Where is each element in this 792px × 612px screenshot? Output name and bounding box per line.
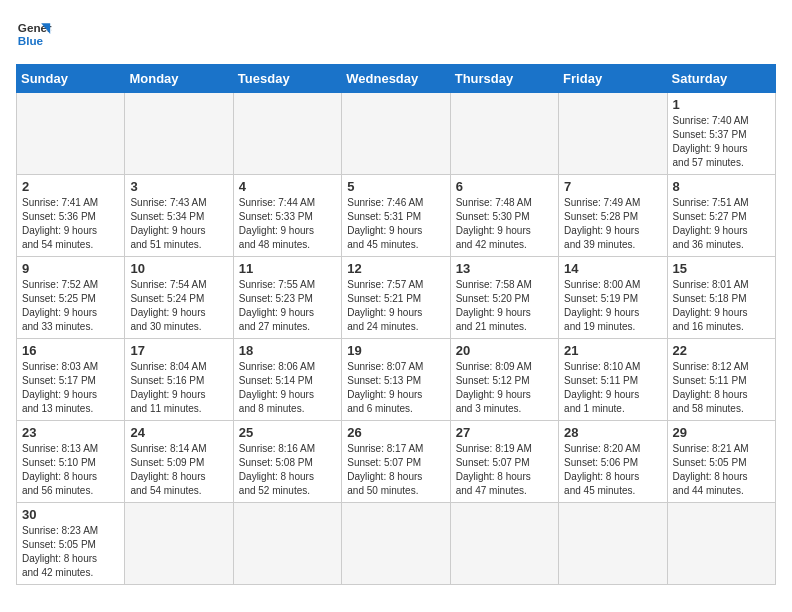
day-info: Sunrise: 8:12 AMSunset: 5:11 PMDaylight:… bbox=[673, 360, 770, 416]
day-number: 15 bbox=[673, 261, 770, 276]
day-number: 12 bbox=[347, 261, 444, 276]
day-info: Sunrise: 8:13 AMSunset: 5:10 PMDaylight:… bbox=[22, 442, 119, 498]
calendar-week-row: 23Sunrise: 8:13 AMSunset: 5:10 PMDayligh… bbox=[17, 421, 776, 503]
calendar-cell bbox=[233, 503, 341, 585]
day-number: 10 bbox=[130, 261, 227, 276]
calendar-cell: 2Sunrise: 7:41 AMSunset: 5:36 PMDaylight… bbox=[17, 175, 125, 257]
calendar-cell: 8Sunrise: 7:51 AMSunset: 5:27 PMDaylight… bbox=[667, 175, 775, 257]
day-info: Sunrise: 8:19 AMSunset: 5:07 PMDaylight:… bbox=[456, 442, 553, 498]
day-info: Sunrise: 7:44 AMSunset: 5:33 PMDaylight:… bbox=[239, 196, 336, 252]
day-number: 30 bbox=[22, 507, 119, 522]
weekday-header-monday: Monday bbox=[125, 65, 233, 93]
calendar-cell: 6Sunrise: 7:48 AMSunset: 5:30 PMDaylight… bbox=[450, 175, 558, 257]
day-number: 1 bbox=[673, 97, 770, 112]
calendar-week-row: 9Sunrise: 7:52 AMSunset: 5:25 PMDaylight… bbox=[17, 257, 776, 339]
calendar-cell: 19Sunrise: 8:07 AMSunset: 5:13 PMDayligh… bbox=[342, 339, 450, 421]
calendar-week-row: 30Sunrise: 8:23 AMSunset: 5:05 PMDayligh… bbox=[17, 503, 776, 585]
weekday-header-thursday: Thursday bbox=[450, 65, 558, 93]
weekday-header-sunday: Sunday bbox=[17, 65, 125, 93]
calendar-cell: 18Sunrise: 8:06 AMSunset: 5:14 PMDayligh… bbox=[233, 339, 341, 421]
calendar-cell: 30Sunrise: 8:23 AMSunset: 5:05 PMDayligh… bbox=[17, 503, 125, 585]
calendar-cell bbox=[667, 503, 775, 585]
calendar-cell bbox=[233, 93, 341, 175]
day-info: Sunrise: 7:51 AMSunset: 5:27 PMDaylight:… bbox=[673, 196, 770, 252]
calendar-cell: 21Sunrise: 8:10 AMSunset: 5:11 PMDayligh… bbox=[559, 339, 667, 421]
calendar-cell bbox=[559, 93, 667, 175]
day-info: Sunrise: 7:55 AMSunset: 5:23 PMDaylight:… bbox=[239, 278, 336, 334]
day-info: Sunrise: 8:07 AMSunset: 5:13 PMDaylight:… bbox=[347, 360, 444, 416]
day-info: Sunrise: 8:09 AMSunset: 5:12 PMDaylight:… bbox=[456, 360, 553, 416]
day-info: Sunrise: 8:06 AMSunset: 5:14 PMDaylight:… bbox=[239, 360, 336, 416]
calendar-cell: 14Sunrise: 8:00 AMSunset: 5:19 PMDayligh… bbox=[559, 257, 667, 339]
calendar-cell bbox=[125, 93, 233, 175]
day-number: 29 bbox=[673, 425, 770, 440]
calendar-cell bbox=[125, 503, 233, 585]
day-number: 16 bbox=[22, 343, 119, 358]
day-info: Sunrise: 7:46 AMSunset: 5:31 PMDaylight:… bbox=[347, 196, 444, 252]
day-number: 27 bbox=[456, 425, 553, 440]
day-info: Sunrise: 8:20 AMSunset: 5:06 PMDaylight:… bbox=[564, 442, 661, 498]
calendar: SundayMondayTuesdayWednesdayThursdayFrid… bbox=[16, 64, 776, 585]
svg-text:Blue: Blue bbox=[18, 34, 44, 47]
day-info: Sunrise: 7:40 AMSunset: 5:37 PMDaylight:… bbox=[673, 114, 770, 170]
day-info: Sunrise: 8:10 AMSunset: 5:11 PMDaylight:… bbox=[564, 360, 661, 416]
weekday-header-row: SundayMondayTuesdayWednesdayThursdayFrid… bbox=[17, 65, 776, 93]
day-info: Sunrise: 8:14 AMSunset: 5:09 PMDaylight:… bbox=[130, 442, 227, 498]
calendar-cell: 12Sunrise: 7:57 AMSunset: 5:21 PMDayligh… bbox=[342, 257, 450, 339]
calendar-week-row: 1Sunrise: 7:40 AMSunset: 5:37 PMDaylight… bbox=[17, 93, 776, 175]
calendar-cell: 7Sunrise: 7:49 AMSunset: 5:28 PMDaylight… bbox=[559, 175, 667, 257]
day-number: 5 bbox=[347, 179, 444, 194]
calendar-cell: 10Sunrise: 7:54 AMSunset: 5:24 PMDayligh… bbox=[125, 257, 233, 339]
day-info: Sunrise: 8:16 AMSunset: 5:08 PMDaylight:… bbox=[239, 442, 336, 498]
day-number: 24 bbox=[130, 425, 227, 440]
day-info: Sunrise: 7:41 AMSunset: 5:36 PMDaylight:… bbox=[22, 196, 119, 252]
calendar-cell: 1Sunrise: 7:40 AMSunset: 5:37 PMDaylight… bbox=[667, 93, 775, 175]
calendar-cell: 27Sunrise: 8:19 AMSunset: 5:07 PMDayligh… bbox=[450, 421, 558, 503]
weekday-header-wednesday: Wednesday bbox=[342, 65, 450, 93]
calendar-cell: 4Sunrise: 7:44 AMSunset: 5:33 PMDaylight… bbox=[233, 175, 341, 257]
day-number: 14 bbox=[564, 261, 661, 276]
calendar-cell: 5Sunrise: 7:46 AMSunset: 5:31 PMDaylight… bbox=[342, 175, 450, 257]
calendar-cell: 17Sunrise: 8:04 AMSunset: 5:16 PMDayligh… bbox=[125, 339, 233, 421]
calendar-cell bbox=[450, 503, 558, 585]
day-number: 20 bbox=[456, 343, 553, 358]
calendar-cell: 24Sunrise: 8:14 AMSunset: 5:09 PMDayligh… bbox=[125, 421, 233, 503]
day-info: Sunrise: 8:04 AMSunset: 5:16 PMDaylight:… bbox=[130, 360, 227, 416]
day-number: 2 bbox=[22, 179, 119, 194]
day-info: Sunrise: 7:43 AMSunset: 5:34 PMDaylight:… bbox=[130, 196, 227, 252]
day-info: Sunrise: 7:58 AMSunset: 5:20 PMDaylight:… bbox=[456, 278, 553, 334]
day-info: Sunrise: 7:48 AMSunset: 5:30 PMDaylight:… bbox=[456, 196, 553, 252]
day-info: Sunrise: 8:21 AMSunset: 5:05 PMDaylight:… bbox=[673, 442, 770, 498]
weekday-header-tuesday: Tuesday bbox=[233, 65, 341, 93]
day-number: 21 bbox=[564, 343, 661, 358]
day-info: Sunrise: 8:01 AMSunset: 5:18 PMDaylight:… bbox=[673, 278, 770, 334]
calendar-cell: 25Sunrise: 8:16 AMSunset: 5:08 PMDayligh… bbox=[233, 421, 341, 503]
calendar-week-row: 2Sunrise: 7:41 AMSunset: 5:36 PMDaylight… bbox=[17, 175, 776, 257]
day-number: 17 bbox=[130, 343, 227, 358]
calendar-cell: 23Sunrise: 8:13 AMSunset: 5:10 PMDayligh… bbox=[17, 421, 125, 503]
day-number: 22 bbox=[673, 343, 770, 358]
day-info: Sunrise: 8:00 AMSunset: 5:19 PMDaylight:… bbox=[564, 278, 661, 334]
calendar-cell bbox=[450, 93, 558, 175]
day-info: Sunrise: 7:54 AMSunset: 5:24 PMDaylight:… bbox=[130, 278, 227, 334]
logo-icon: General Blue bbox=[16, 16, 52, 52]
day-number: 18 bbox=[239, 343, 336, 358]
calendar-cell: 22Sunrise: 8:12 AMSunset: 5:11 PMDayligh… bbox=[667, 339, 775, 421]
calendar-cell: 9Sunrise: 7:52 AMSunset: 5:25 PMDaylight… bbox=[17, 257, 125, 339]
day-number: 28 bbox=[564, 425, 661, 440]
day-number: 11 bbox=[239, 261, 336, 276]
day-number: 9 bbox=[22, 261, 119, 276]
calendar-cell: 15Sunrise: 8:01 AMSunset: 5:18 PMDayligh… bbox=[667, 257, 775, 339]
weekday-header-saturday: Saturday bbox=[667, 65, 775, 93]
day-info: Sunrise: 7:49 AMSunset: 5:28 PMDaylight:… bbox=[564, 196, 661, 252]
calendar-cell: 29Sunrise: 8:21 AMSunset: 5:05 PMDayligh… bbox=[667, 421, 775, 503]
day-info: Sunrise: 8:03 AMSunset: 5:17 PMDaylight:… bbox=[22, 360, 119, 416]
day-number: 6 bbox=[456, 179, 553, 194]
calendar-cell: 11Sunrise: 7:55 AMSunset: 5:23 PMDayligh… bbox=[233, 257, 341, 339]
day-number: 7 bbox=[564, 179, 661, 194]
weekday-header-friday: Friday bbox=[559, 65, 667, 93]
calendar-cell bbox=[17, 93, 125, 175]
calendar-cell: 20Sunrise: 8:09 AMSunset: 5:12 PMDayligh… bbox=[450, 339, 558, 421]
calendar-cell bbox=[342, 93, 450, 175]
logo: General Blue bbox=[16, 16, 52, 52]
